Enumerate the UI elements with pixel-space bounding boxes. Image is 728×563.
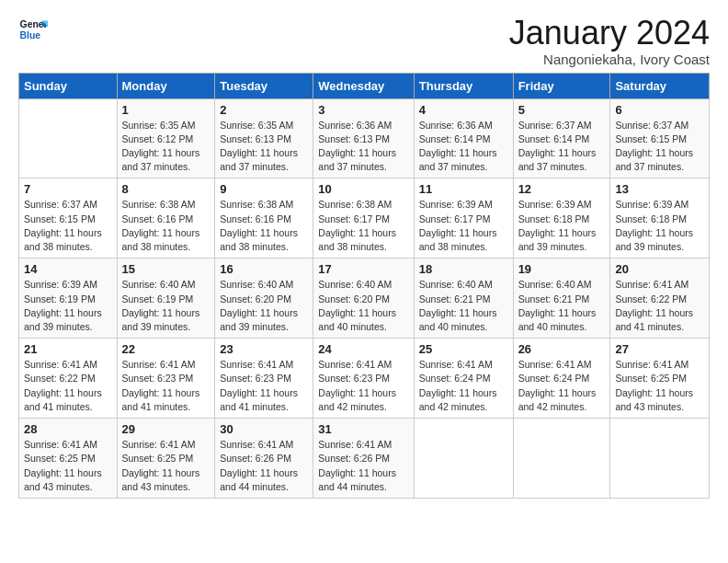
col-header-wednesday: Wednesday — [313, 73, 414, 98]
day-info: Sunrise: 6:40 AM Sunset: 6:20 PM Dayligh… — [318, 278, 408, 334]
month-title: January 2024 — [509, 15, 710, 52]
day-cell: 30Sunrise: 6:41 AM Sunset: 6:26 PM Dayli… — [215, 419, 313, 499]
day-cell: 25Sunrise: 6:41 AM Sunset: 6:24 PM Dayli… — [414, 339, 513, 419]
day-number: 14 — [24, 262, 112, 276]
day-cell: 10Sunrise: 6:38 AM Sunset: 6:17 PM Dayli… — [313, 178, 414, 259]
day-info: Sunrise: 6:38 AM Sunset: 6:16 PM Dayligh… — [220, 198, 308, 254]
day-number: 25 — [419, 342, 508, 356]
day-info: Sunrise: 6:38 AM Sunset: 6:16 PM Dayligh… — [122, 198, 210, 254]
day-cell: 2Sunrise: 6:35 AM Sunset: 6:13 PM Daylig… — [215, 98, 313, 178]
day-cell: 1Sunrise: 6:35 AM Sunset: 6:12 PM Daylig… — [117, 98, 215, 178]
day-cell: 26Sunrise: 6:41 AM Sunset: 6:24 PM Dayli… — [513, 339, 610, 419]
day-number: 6 — [615, 103, 704, 117]
day-cell — [610, 419, 710, 499]
day-cell: 9Sunrise: 6:38 AM Sunset: 6:16 PM Daylig… — [215, 178, 313, 259]
day-info: Sunrise: 6:41 AM Sunset: 6:26 PM Dayligh… — [220, 438, 308, 494]
day-number: 24 — [318, 342, 408, 356]
day-info: Sunrise: 6:37 AM Sunset: 6:15 PM Dayligh… — [24, 198, 112, 254]
day-cell: 20Sunrise: 6:41 AM Sunset: 6:22 PM Dayli… — [610, 259, 710, 339]
day-number: 2 — [220, 103, 308, 117]
week-row-5: 28Sunrise: 6:41 AM Sunset: 6:25 PM Dayli… — [19, 419, 710, 499]
day-cell: 29Sunrise: 6:41 AM Sunset: 6:25 PM Dayli… — [117, 419, 215, 499]
week-row-2: 7Sunrise: 6:37 AM Sunset: 6:15 PM Daylig… — [19, 178, 710, 259]
day-number: 28 — [24, 422, 112, 436]
col-header-monday: Monday — [117, 73, 215, 98]
calendar-table: SundayMondayTuesdayWednesdayThursdayFrid… — [18, 73, 710, 499]
day-info: Sunrise: 6:35 AM Sunset: 6:13 PM Dayligh… — [220, 119, 308, 175]
day-number: 10 — [318, 182, 408, 196]
day-info: Sunrise: 6:39 AM Sunset: 6:18 PM Dayligh… — [615, 198, 704, 254]
day-cell: 8Sunrise: 6:38 AM Sunset: 6:16 PM Daylig… — [117, 178, 215, 259]
col-header-thursday: Thursday — [414, 73, 513, 98]
day-cell: 3Sunrise: 6:36 AM Sunset: 6:13 PM Daylig… — [313, 98, 414, 178]
day-info: Sunrise: 6:41 AM Sunset: 6:25 PM Dayligh… — [615, 358, 704, 414]
day-info: Sunrise: 6:41 AM Sunset: 6:26 PM Dayligh… — [318, 438, 408, 494]
day-number: 11 — [419, 182, 508, 196]
day-number: 15 — [122, 262, 210, 276]
day-number: 8 — [122, 182, 210, 196]
day-info: Sunrise: 6:41 AM Sunset: 6:25 PM Dayligh… — [122, 438, 210, 494]
day-number: 18 — [419, 262, 508, 276]
day-number: 20 — [615, 262, 704, 276]
day-cell: 22Sunrise: 6:41 AM Sunset: 6:23 PM Dayli… — [117, 339, 215, 419]
week-row-3: 14Sunrise: 6:39 AM Sunset: 6:19 PM Dayli… — [19, 259, 710, 339]
col-header-tuesday: Tuesday — [215, 73, 313, 98]
col-header-saturday: Saturday — [610, 73, 710, 98]
day-cell: 5Sunrise: 6:37 AM Sunset: 6:14 PM Daylig… — [513, 98, 610, 178]
day-number: 22 — [122, 342, 210, 356]
day-info: Sunrise: 6:41 AM Sunset: 6:22 PM Dayligh… — [24, 358, 112, 414]
col-header-friday: Friday — [513, 73, 610, 98]
col-header-sunday: Sunday — [19, 73, 118, 98]
location-subtitle: Nangoniekaha, Ivory Coast — [509, 52, 710, 67]
logo-icon: General Blue — [18, 15, 48, 44]
day-cell: 6Sunrise: 6:37 AM Sunset: 6:15 PM Daylig… — [610, 98, 710, 178]
header-row: SundayMondayTuesdayWednesdayThursdayFrid… — [19, 73, 710, 98]
day-cell: 18Sunrise: 6:40 AM Sunset: 6:21 PM Dayli… — [414, 259, 513, 339]
day-cell — [513, 419, 610, 499]
day-cell: 24Sunrise: 6:41 AM Sunset: 6:23 PM Dayli… — [313, 339, 414, 419]
day-number: 27 — [615, 342, 704, 356]
logo: General Blue — [18, 15, 48, 44]
day-cell: 27Sunrise: 6:41 AM Sunset: 6:25 PM Dayli… — [610, 339, 710, 419]
day-info: Sunrise: 6:41 AM Sunset: 6:24 PM Dayligh… — [419, 358, 508, 414]
day-cell: 28Sunrise: 6:41 AM Sunset: 6:25 PM Dayli… — [19, 419, 118, 499]
day-info: Sunrise: 6:40 AM Sunset: 6:21 PM Dayligh… — [419, 278, 508, 334]
day-info: Sunrise: 6:41 AM Sunset: 6:22 PM Dayligh… — [615, 278, 704, 334]
day-number: 17 — [318, 262, 408, 276]
day-number: 12 — [518, 182, 606, 196]
day-info: Sunrise: 6:35 AM Sunset: 6:12 PM Dayligh… — [122, 119, 210, 175]
day-cell — [414, 419, 513, 499]
day-info: Sunrise: 6:41 AM Sunset: 6:23 PM Dayligh… — [122, 358, 210, 414]
page-container: General Blue January 2024 Nangoniekaha, … — [0, 0, 728, 508]
day-info: Sunrise: 6:41 AM Sunset: 6:25 PM Dayligh… — [24, 438, 112, 494]
day-number: 21 — [24, 342, 112, 356]
day-cell: 7Sunrise: 6:37 AM Sunset: 6:15 PM Daylig… — [19, 178, 118, 259]
day-number: 19 — [518, 262, 606, 276]
day-cell: 21Sunrise: 6:41 AM Sunset: 6:22 PM Dayli… — [19, 339, 118, 419]
day-info: Sunrise: 6:37 AM Sunset: 6:14 PM Dayligh… — [518, 119, 606, 175]
title-block: January 2024 Nangoniekaha, Ivory Coast — [509, 15, 710, 67]
day-cell: 17Sunrise: 6:40 AM Sunset: 6:20 PM Dayli… — [313, 259, 414, 339]
day-number: 13 — [615, 182, 704, 196]
day-info: Sunrise: 6:41 AM Sunset: 6:23 PM Dayligh… — [318, 358, 408, 414]
day-info: Sunrise: 6:39 AM Sunset: 6:19 PM Dayligh… — [24, 278, 112, 334]
week-row-1: 1Sunrise: 6:35 AM Sunset: 6:12 PM Daylig… — [19, 98, 710, 178]
day-cell: 12Sunrise: 6:39 AM Sunset: 6:18 PM Dayli… — [513, 178, 610, 259]
day-info: Sunrise: 6:41 AM Sunset: 6:24 PM Dayligh… — [518, 358, 606, 414]
day-info: Sunrise: 6:37 AM Sunset: 6:15 PM Dayligh… — [615, 119, 704, 175]
header: General Blue January 2024 Nangoniekaha, … — [18, 15, 710, 67]
day-number: 16 — [220, 262, 308, 276]
day-cell: 14Sunrise: 6:39 AM Sunset: 6:19 PM Dayli… — [19, 259, 118, 339]
day-info: Sunrise: 6:39 AM Sunset: 6:18 PM Dayligh… — [518, 198, 606, 254]
day-number: 5 — [518, 103, 606, 117]
day-cell — [19, 98, 118, 178]
day-number: 7 — [24, 182, 112, 196]
day-number: 26 — [518, 342, 606, 356]
day-cell: 15Sunrise: 6:40 AM Sunset: 6:19 PM Dayli… — [117, 259, 215, 339]
day-number: 31 — [318, 422, 408, 436]
day-number: 1 — [122, 103, 210, 117]
day-number: 29 — [122, 422, 210, 436]
day-number: 9 — [220, 182, 308, 196]
day-info: Sunrise: 6:36 AM Sunset: 6:13 PM Dayligh… — [318, 119, 408, 175]
day-cell: 11Sunrise: 6:39 AM Sunset: 6:17 PM Dayli… — [414, 178, 513, 259]
